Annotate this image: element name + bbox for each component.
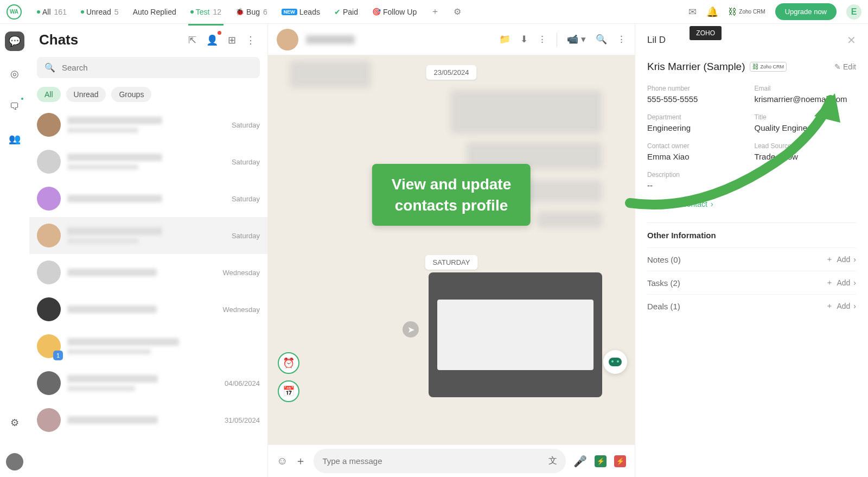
quick-reply-icon[interactable]: ⚡ <box>595 455 607 467</box>
conversation-avatar[interactable] <box>277 29 298 50</box>
add-task-button[interactable]: ＋ Add › <box>826 278 856 288</box>
chat-list-panel: Chats ⇱ 👤 ⊞ ⋮ 🔍 All Unread Groups Saturd… <box>29 24 268 477</box>
edit-button[interactable]: ✎Edit <box>834 62 856 71</box>
rail-chats-icon[interactable]: 💬 <box>5 31 24 51</box>
message-composer: ☺ ＋ 文 🎤 ⚡ ⚡ <box>268 444 635 477</box>
other-info-header: Other Information <box>647 222 856 240</box>
rail-contacts-icon[interactable]: 👥 <box>5 129 24 149</box>
notes-row[interactable]: Notes (0)＋ Add › <box>647 247 856 271</box>
left-rail: 💬 ◎ 🗨 👥 ⚙ <box>0 24 29 477</box>
add-tab-button[interactable]: ＋ <box>425 3 445 21</box>
view-tabs: All161 Unread5 Auto Replied Test12 🐞Bug6… <box>31 3 467 21</box>
conversation-name <box>306 35 355 44</box>
tab-bug[interactable]: 🐞Bug6 <box>230 4 273 20</box>
dept-label: Department <box>647 113 749 121</box>
message-input[interactable] <box>322 456 548 466</box>
email-label: Email <box>755 85 857 92</box>
add-note-button[interactable]: ＋ Add › <box>826 255 856 264</box>
link-icon: 🔗 <box>647 200 656 208</box>
chat-menu-icon[interactable]: ⋮ <box>244 32 258 48</box>
dept-value: Engineering <box>647 123 749 132</box>
chat-list-title: Chats <box>39 31 181 48</box>
phone-value: 555-555-5555 <box>647 94 749 104</box>
panel-contact-name: Lil D <box>647 35 666 46</box>
owner-label: Contact owner <box>647 142 749 150</box>
deals-row[interactable]: Deals (1)＋ Add › <box>647 294 856 317</box>
annotation-callout: View and update contacts profile <box>372 164 531 226</box>
folder-icon[interactable]: 📁 <box>499 34 510 45</box>
add-contact-icon[interactable]: 👤 <box>204 32 220 48</box>
unlink-contact-button[interactable]: 🔗Unlink contact› <box>647 200 856 208</box>
new-chat-icon[interactable]: ⊞ <box>226 32 238 48</box>
user-avatar[interactable]: E <box>846 4 861 20</box>
forward-icon[interactable]: ➤ <box>403 321 419 338</box>
filter-groups[interactable]: Groups <box>111 87 151 102</box>
external-icon[interactable]: ⇱ <box>186 32 199 48</box>
emoji-icon[interactable]: ☺ <box>277 455 288 467</box>
email-value: krismarrier@noemail.com <box>755 94 857 104</box>
filter-unread[interactable]: Unread <box>66 87 106 102</box>
template-icon[interactable]: ⚡ <box>614 455 626 467</box>
tab-test[interactable]: Test12 <box>185 4 227 20</box>
video-call-icon[interactable]: 📹 ▾ <box>567 34 586 45</box>
zoho-tooltip: ZOHO <box>690 26 722 40</box>
translate-icon[interactable]: 文 <box>548 455 557 467</box>
tab-unread[interactable]: Unread5 <box>75 4 124 20</box>
title-value: Quality Engineer <box>755 123 857 132</box>
chat-item[interactable]: Saturday <box>29 180 267 217</box>
bell-icon[interactable]: 🔔 <box>706 6 718 18</box>
conversation-panel: 📁 ⬇ ⋮ 📹 ▾ 🔍 ⋮ 23/05/2024 SATURDAY ➤ View… <box>268 24 635 477</box>
tab-leads[interactable]: NEWLeads <box>276 4 326 20</box>
bot-assistant-button[interactable] <box>603 350 627 374</box>
search-box[interactable]: 🔍 <box>37 57 260 78</box>
contact-profile-panel: Lil D ✕ Kris Marrier (Sample) ⛓Zoho CRM … <box>635 24 868 477</box>
chat-item[interactable]: Saturday <box>29 217 267 254</box>
convo-more-icon[interactable]: ⋮ <box>617 34 626 45</box>
conversation-header: 📁 ⬇ ⋮ 📹 ▾ 🔍 ⋮ <box>268 24 635 55</box>
tab-paid[interactable]: ✔Paid <box>329 4 363 20</box>
tasks-row[interactable]: Tasks (2)＋ Add › <box>647 271 856 294</box>
message-image[interactable] <box>429 272 602 397</box>
rail-user-avatar[interactable] <box>6 453 23 470</box>
rail-settings-icon[interactable]: ⚙ <box>5 413 24 433</box>
crm-contact-name: Kris Marrier (Sample) <box>647 61 745 73</box>
mic-icon[interactable]: 🎤 <box>573 455 587 468</box>
download-icon[interactable]: ⬇ <box>520 34 528 45</box>
convo-menu-icon[interactable]: ⋮ <box>538 34 547 45</box>
app-logo[interactable]: WA <box>7 4 22 20</box>
crm-badge[interactable]: ⛓Zoho CRM <box>728 7 765 17</box>
upgrade-button[interactable]: Upgrade now <box>775 3 837 20</box>
rail-messages-icon[interactable]: 🗨 <box>5 97 24 116</box>
search-input[interactable] <box>62 63 252 72</box>
tab-followup[interactable]: 🎯Follow Up <box>367 4 422 20</box>
owner-value: Emma Xiao <box>647 152 749 161</box>
date-separator: 23/05/2024 <box>426 65 476 80</box>
title-label: Title <box>755 113 857 121</box>
tab-all[interactable]: All161 <box>31 4 72 20</box>
chat-item[interactable]: Wednesday <box>29 291 267 328</box>
calendar-button[interactable]: 📅 <box>278 380 299 402</box>
top-navbar: WA All161 Unread5 Auto Replied Test12 🐞B… <box>0 0 868 24</box>
desc-label: Description <box>647 171 749 179</box>
chat-item[interactable]: Saturday <box>29 106 267 143</box>
chat-item[interactable]: Saturday <box>29 143 267 180</box>
close-icon[interactable]: ✕ <box>847 34 856 47</box>
date-separator: SATURDAY <box>425 255 478 270</box>
chat-item[interactable]: 31/05/2024 <box>29 402 267 438</box>
tab-settings-button[interactable]: ⚙ <box>448 3 467 20</box>
inbox-icon[interactable]: ✉ <box>688 6 697 18</box>
search-icon: 🔍 <box>44 62 55 73</box>
crm-badge-mini: ⛓Zoho CRM <box>750 62 787 72</box>
chat-item[interactable]: 04/06/2024 <box>29 365 267 402</box>
convo-search-icon[interactable]: 🔍 <box>596 34 607 45</box>
filter-all[interactable]: All <box>37 87 61 102</box>
add-deal-button[interactable]: ＋ Add › <box>826 301 856 311</box>
chat-item[interactable]: 1 <box>29 328 267 365</box>
desc-value: -- <box>647 181 749 190</box>
reminder-button[interactable]: ⏰ <box>278 352 299 374</box>
chat-item[interactable]: Wednesday <box>29 254 267 291</box>
rail-status-icon[interactable]: ◎ <box>5 64 24 84</box>
attach-icon[interactable]: ＋ <box>295 454 306 468</box>
source-value: Trade Show <box>755 152 857 161</box>
tab-auto-replied[interactable]: Auto Replied <box>127 4 182 20</box>
